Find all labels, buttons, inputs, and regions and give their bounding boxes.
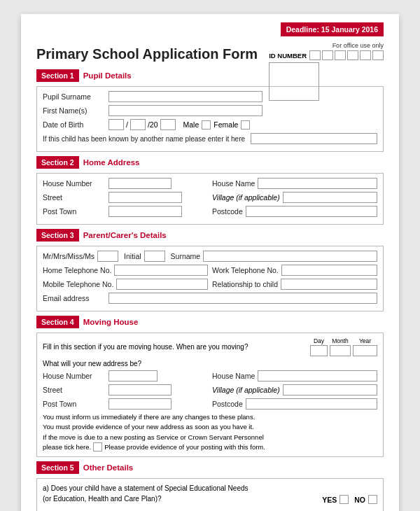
initial-input[interactable] bbox=[144, 251, 165, 262]
dmy-area: Day Month Year bbox=[310, 337, 377, 356]
mobile-col: Mobile Telephone No. bbox=[43, 279, 208, 290]
section2-badge: Section 2 bbox=[36, 156, 79, 169]
section1-title: Pupil Details bbox=[83, 71, 132, 80]
new-village-input[interactable] bbox=[283, 384, 377, 396]
new-street-row: Street Village (if applicable) bbox=[43, 384, 377, 396]
month-label: Month bbox=[332, 337, 349, 344]
home-phone-label: Home Telephone No. bbox=[43, 266, 111, 274]
email-row: Email address bbox=[43, 293, 377, 304]
male-label: Male bbox=[183, 120, 200, 129]
question-a-text: a) Does your child have a statement of S… bbox=[43, 483, 316, 504]
notice-tick-label: please tick here. bbox=[43, 442, 91, 452]
notice-line3: If the move is due to a new posting as S… bbox=[43, 433, 377, 442]
new-postcode-col: Postcode bbox=[212, 398, 377, 410]
relationship-input[interactable] bbox=[281, 279, 377, 290]
new-house-name-label: House Name bbox=[212, 372, 255, 380]
first-name-input[interactable] bbox=[108, 105, 262, 116]
dob-day-input[interactable] bbox=[108, 119, 124, 130]
new-house-name-input[interactable] bbox=[258, 370, 377, 382]
year-label: Year bbox=[359, 337, 371, 344]
id-box-1[interactable] bbox=[309, 50, 321, 60]
new-house-number-input[interactable] bbox=[108, 370, 158, 382]
notice-line4: please tick here. Please provide evidenc… bbox=[43, 442, 377, 452]
dob-sep1: / bbox=[126, 120, 128, 129]
new-posttown-col: Post Town bbox=[43, 398, 208, 410]
title-input[interactable] bbox=[97, 251, 118, 262]
moving-text: Fill in this section if you are moving h… bbox=[43, 343, 306, 351]
street-input[interactable] bbox=[108, 192, 182, 203]
question-a-no-checkbox[interactable] bbox=[368, 495, 377, 504]
gender-area: Male Female bbox=[183, 120, 251, 130]
notice-text: You must inform us immediately if there … bbox=[43, 412, 377, 452]
house-number-input[interactable] bbox=[108, 178, 172, 189]
section5-block: a) Does your child have a statement of S… bbox=[36, 478, 384, 511]
male-checkbox[interactable] bbox=[202, 120, 211, 130]
mobile-label: Mobile Telephone No. bbox=[43, 280, 113, 288]
office-use-label: For office use only bbox=[269, 42, 384, 49]
posttown-input[interactable] bbox=[108, 206, 182, 217]
posting-checkbox[interactable] bbox=[93, 442, 102, 451]
house-name-label: House Name bbox=[212, 179, 255, 188]
id-photo-box bbox=[269, 62, 319, 101]
postcode-input[interactable] bbox=[246, 206, 377, 217]
moving-year-input[interactable] bbox=[353, 345, 377, 356]
section3-block: Mr/Mrs/Miss/Ms Initial Surname Home Tele… bbox=[36, 246, 384, 312]
mobile-row: Mobile Telephone No. Relationship to chi… bbox=[43, 279, 377, 290]
id-box-4[interactable] bbox=[347, 50, 358, 60]
question-a-yes-label: YES bbox=[322, 496, 337, 504]
mobile-input[interactable] bbox=[116, 279, 208, 290]
work-phone-input[interactable] bbox=[281, 265, 377, 276]
postcode-label: Postcode bbox=[212, 207, 243, 216]
section2-title: Home Address bbox=[83, 158, 140, 167]
surname-label: Surname bbox=[171, 252, 201, 260]
section5-header-row: Section 5 Other Details bbox=[36, 461, 384, 474]
new-village-col: Village (if applicable) bbox=[212, 384, 377, 396]
notice-line1: You must inform us immediately if there … bbox=[43, 412, 377, 422]
dob-year-input[interactable] bbox=[160, 119, 176, 130]
moving-month-input[interactable] bbox=[330, 345, 351, 356]
other-name-row: If this child has been known by another … bbox=[43, 133, 377, 144]
email-input[interactable] bbox=[108, 293, 377, 304]
section4-block: Fill in this section if you are moving h… bbox=[36, 332, 384, 457]
new-posttown-input[interactable] bbox=[108, 398, 172, 410]
new-house-row: House Number House Name bbox=[43, 370, 377, 382]
pupil-surname-input[interactable] bbox=[108, 91, 262, 102]
home-phone-input[interactable] bbox=[114, 265, 208, 276]
relationship-col: Relationship to child bbox=[212, 279, 377, 290]
street-label: Street bbox=[43, 193, 106, 202]
moving-day-input[interactable] bbox=[310, 345, 328, 356]
question-a-answers: YES NO bbox=[322, 495, 377, 504]
new-house-number-label: House Number bbox=[43, 372, 106, 380]
home-phone-col: Home Telephone No. bbox=[43, 265, 208, 276]
section3-header-row: Section 3 Parent/Carer's Details bbox=[36, 229, 384, 241]
question-a-yes-checkbox[interactable] bbox=[340, 495, 349, 504]
village-input[interactable] bbox=[283, 192, 377, 203]
new-posttown-label: Post Town bbox=[43, 400, 106, 408]
section5-badge: Section 5 bbox=[36, 461, 79, 474]
deadline-badge: Deadline: 15 January 2016 bbox=[281, 22, 384, 36]
new-street-input[interactable] bbox=[108, 384, 172, 396]
surname-input[interactable] bbox=[203, 251, 377, 262]
house-name-input[interactable] bbox=[258, 178, 377, 189]
female-checkbox[interactable] bbox=[241, 120, 250, 130]
day-label: Day bbox=[314, 337, 324, 344]
pupil-surname-label: Pupil Surname bbox=[43, 92, 106, 101]
new-postcode-input[interactable] bbox=[246, 398, 377, 410]
female-label: Female bbox=[214, 120, 238, 129]
new-street-label: Street bbox=[43, 386, 106, 394]
house-row: House Number House Name bbox=[43, 178, 377, 189]
dob-month-input[interactable] bbox=[130, 119, 146, 130]
question-a-no-label: NO bbox=[354, 496, 365, 504]
work-phone-col: Work Telephone No. bbox=[212, 265, 377, 276]
street-row: Street Village (if applicable) bbox=[43, 192, 377, 203]
dob-row: Date of Birth / /20 Male Female bbox=[43, 119, 377, 130]
id-box-5[interactable] bbox=[360, 50, 371, 60]
house-number-label: House Number bbox=[43, 179, 106, 188]
first-name-label: First Name(s) bbox=[43, 106, 106, 115]
id-box-6[interactable] bbox=[372, 50, 384, 60]
id-box-2[interactable] bbox=[322, 50, 333, 60]
id-box-3[interactable] bbox=[335, 50, 346, 60]
other-name-input[interactable] bbox=[251, 133, 377, 144]
id-boxes bbox=[309, 50, 384, 60]
house-name-col: House Name bbox=[212, 178, 377, 189]
